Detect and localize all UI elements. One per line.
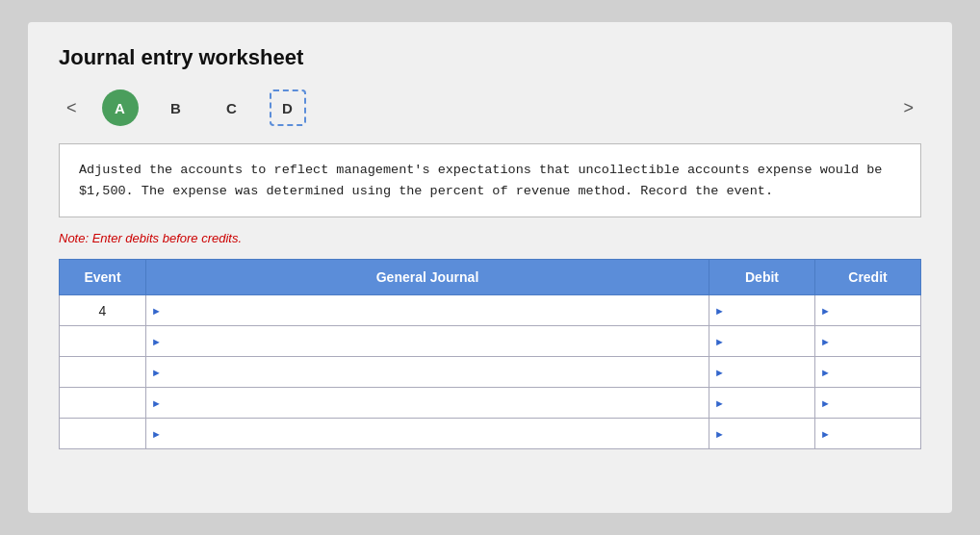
credit-cell-0[interactable]: ► (815, 295, 921, 326)
debit-arrow-2: ► (711, 367, 728, 378)
tab-d[interactable]: D (270, 89, 306, 126)
table-row: ►►► (60, 419, 921, 449)
journal-input-0[interactable] (165, 298, 707, 323)
journal-input-4[interactable] (165, 421, 707, 446)
event-cell-1 (60, 326, 146, 357)
credit-arrow-4: ► (817, 428, 834, 440)
credit-arrow-1: ► (817, 336, 834, 347)
nav-right-arrow[interactable]: > (895, 94, 921, 122)
journal-arrow-1: ► (148, 336, 165, 347)
debit-cell-0[interactable]: ► (709, 295, 815, 326)
debit-input-1[interactable] (728, 329, 812, 354)
journal-cell-3[interactable]: ► (146, 388, 709, 419)
debit-cell-4[interactable]: ► (709, 419, 815, 449)
debit-arrow-4: ► (711, 428, 728, 440)
credit-arrow-2: ► (817, 367, 834, 378)
credit-cell-4[interactable]: ► (815, 419, 921, 449)
debit-input-2[interactable] (728, 360, 812, 385)
journal-cell-1[interactable]: ► (146, 326, 709, 357)
journal-cell-4[interactable]: ► (146, 419, 709, 449)
tab-c[interactable]: C (214, 89, 250, 126)
credit-arrow-0: ► (817, 305, 834, 317)
header-journal: General Journal (146, 260, 709, 295)
note-text: Note: Enter debits before credits. (59, 231, 921, 245)
nav-left-arrow[interactable]: < (59, 94, 85, 122)
journal-input-3[interactable] (165, 391, 707, 416)
worksheet-container: Journal entry worksheet < A B C D > Adju… (28, 22, 952, 513)
journal-arrow-4: ► (148, 428, 165, 440)
journal-input-1[interactable] (165, 329, 707, 354)
tab-b[interactable]: B (158, 89, 194, 126)
credit-input-3[interactable] (834, 391, 918, 416)
description-box: Adjusted the accounts to reflect managem… (59, 143, 921, 217)
debit-arrow-1: ► (711, 336, 728, 347)
description-text: Adjusted the accounts to reflect managem… (79, 163, 882, 198)
event-cell-4 (60, 419, 146, 449)
credit-input-4[interactable] (834, 421, 918, 446)
credit-cell-1[interactable]: ► (815, 326, 921, 357)
debit-cell-1[interactable]: ► (709, 326, 815, 357)
tab-a[interactable]: A (102, 89, 139, 126)
journal-arrow-2: ► (148, 367, 165, 378)
event-cell-3 (60, 388, 146, 419)
header-debit: Debit (709, 260, 815, 295)
event-cell-2 (60, 357, 146, 388)
debit-input-4[interactable] (728, 421, 812, 446)
journal-input-2[interactable] (165, 360, 707, 385)
debit-cell-3[interactable]: ► (709, 388, 815, 419)
header-credit: Credit (815, 260, 921, 295)
table-row: 4►►► (60, 295, 921, 326)
debit-input-0[interactable] (728, 298, 812, 323)
table-row: ►►► (60, 357, 921, 388)
table-row: ►►► (60, 388, 921, 419)
journal-cell-0[interactable]: ► (146, 295, 709, 326)
credit-input-1[interactable] (834, 329, 918, 354)
credit-cell-3[interactable]: ► (815, 388, 921, 419)
credit-arrow-3: ► (817, 397, 834, 409)
table-row: ►►► (60, 326, 921, 357)
event-cell-0: 4 (60, 295, 146, 326)
debit-arrow-0: ► (711, 305, 728, 317)
journal-arrow-0: ► (148, 305, 165, 317)
journal-table: Event General Journal Debit Credit 4►►►►… (59, 259, 921, 449)
journal-cell-2[interactable]: ► (146, 357, 709, 388)
journal-arrow-3: ► (148, 397, 165, 409)
credit-input-2[interactable] (834, 360, 918, 385)
tabs-row: < A B C D > (59, 89, 921, 126)
debit-arrow-3: ► (711, 397, 728, 409)
credit-input-0[interactable] (834, 298, 918, 323)
header-event: Event (60, 260, 146, 295)
page-title: Journal entry worksheet (59, 45, 921, 70)
debit-input-3[interactable] (728, 391, 812, 416)
debit-cell-2[interactable]: ► (709, 357, 815, 388)
credit-cell-2[interactable]: ► (815, 357, 921, 388)
